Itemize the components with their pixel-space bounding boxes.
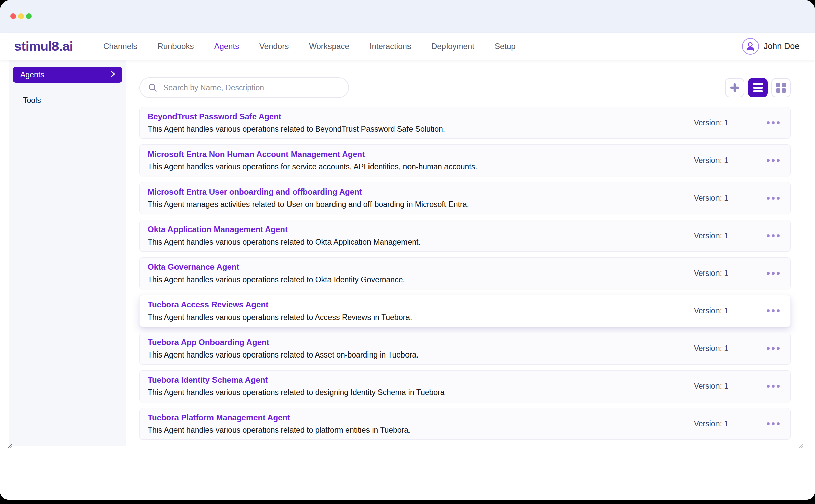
agent-card[interactable]: Microsoft Entra Non Human Account Manage… [139, 144, 791, 176]
app-header: stimul8.ai ChannelsRunbooksAgentsVendors… [0, 33, 815, 60]
agent-actions-menu-button[interactable] [765, 345, 782, 352]
agent-description: This Agent handles various operations re… [148, 388, 694, 397]
agent-card[interactable]: Tuebora App Onboarding Agent This Agent … [139, 333, 791, 365]
agent-name-link[interactable]: Tuebora Platform Management Agent [148, 413, 694, 422]
agent-card[interactable]: Okta Governance Agent This Agent handles… [139, 257, 791, 289]
agent-actions-menu-button[interactable] [765, 119, 782, 126]
nav-item-channels[interactable]: Channels [103, 42, 137, 51]
agent-name-link[interactable]: Okta Application Management Agent [148, 225, 694, 234]
user-name: John Doe [764, 41, 800, 51]
nav-item-deployment[interactable]: Deployment [431, 42, 474, 51]
agent-description: This Agent handles various operations fo… [148, 163, 694, 171]
agent-version-label: Version: 1 [694, 231, 728, 240]
agent-description: This Agent handles various operations re… [148, 426, 694, 434]
search-icon [148, 83, 157, 92]
agent-version-label: Version: 1 [694, 344, 728, 353]
agent-actions-menu-button[interactable] [765, 420, 782, 427]
agent-description: This Agent handles various operations re… [148, 238, 694, 246]
chevron-right-icon [110, 70, 116, 80]
agent-version-label: Version: 1 [694, 419, 728, 428]
minimize-window-button[interactable] [18, 13, 24, 19]
nav-item-setup[interactable]: Setup [495, 42, 516, 51]
agent-actions-menu-button[interactable] [765, 270, 782, 277]
toolbar [139, 77, 791, 98]
main-panel: BeyondTrust Password Safe Agent This Age… [139, 60, 791, 446]
nav-item-vendors[interactable]: Vendors [259, 42, 289, 51]
agent-name-link[interactable]: Microsoft Entra Non Human Account Manage… [148, 150, 694, 159]
agent-name-link[interactable]: Tuebora Identity Schema Agent [148, 376, 694, 384]
agent-list: BeyondTrust Password Safe Agent This Age… [139, 107, 791, 440]
close-window-button[interactable] [10, 13, 16, 19]
agent-description: This Agent manages activities related to… [148, 200, 694, 209]
agent-version-label: Version: 1 [694, 156, 728, 165]
brand-logo[interactable]: stimul8.ai [14, 39, 73, 54]
agent-version-label: Version: 1 [694, 306, 728, 316]
agent-description: This Agent handles various operations re… [148, 125, 694, 133]
grid-icon [776, 83, 786, 93]
window-titlebar [0, 0, 815, 33]
search-input[interactable] [163, 83, 342, 93]
grid-view-button[interactable] [771, 78, 791, 97]
agent-name-link[interactable]: Okta Governance Agent [148, 263, 694, 271]
toolbar-actions [725, 78, 791, 97]
sidebar: Agents Tools [9, 60, 126, 446]
content-area: Agents Tools [0, 60, 815, 500]
agent-version-label: Version: 1 [694, 269, 728, 278]
sidebar-item-tools[interactable]: Tools [13, 94, 122, 107]
agent-actions-menu-button[interactable] [765, 157, 782, 164]
agent-actions-menu-button[interactable] [765, 232, 782, 239]
agent-card[interactable]: BeyondTrust Password Safe Agent This Age… [139, 107, 791, 139]
search-box [139, 77, 349, 98]
nav-item-workspace[interactable]: Workspace [309, 42, 349, 51]
agent-card[interactable]: Okta Application Management Agent This A… [139, 220, 791, 252]
agent-version-label: Version: 1 [694, 118, 728, 127]
agent-actions-menu-button[interactable] [765, 195, 782, 202]
nav-item-agents[interactable]: Agents [214, 42, 239, 51]
agent-actions-menu-button[interactable] [765, 383, 782, 390]
panel-resize-grip[interactable] [798, 443, 803, 448]
nav-item-runbooks[interactable]: Runbooks [157, 42, 194, 51]
plus-icon [729, 82, 740, 93]
app-window: stimul8.ai ChannelsRunbooksAgentsVendors… [0, 0, 815, 500]
agent-name-link[interactable]: Tuebora App Onboarding Agent [148, 338, 694, 347]
agent-description: This Agent handles various operations re… [148, 276, 694, 284]
agent-actions-menu-button[interactable] [765, 307, 782, 314]
zoom-window-button[interactable] [26, 13, 32, 19]
sidebar-resize-grip[interactable] [7, 444, 13, 449]
agent-card[interactable]: Tuebora Access Reviews Agent This Agent … [139, 295, 791, 327]
nav-item-interactions[interactable]: Interactions [370, 42, 411, 51]
agent-description: This Agent handles various operations re… [148, 351, 694, 359]
agent-description: This Agent handles various operations re… [148, 313, 694, 322]
add-agent-button[interactable] [725, 78, 744, 97]
agent-version-label: Version: 1 [694, 382, 728, 391]
agent-name-link[interactable]: BeyondTrust Password Safe Agent [148, 112, 694, 121]
list-icon [753, 83, 763, 92]
agent-card[interactable]: Tuebora Identity Schema Agent This Agent… [139, 370, 791, 402]
main-nav: ChannelsRunbooksAgentsVendorsWorkspaceIn… [103, 42, 516, 51]
desktop: stimul8.ai ChannelsRunbooksAgentsVendors… [0, 0, 815, 504]
list-view-button[interactable] [748, 78, 768, 97]
agent-name-link[interactable]: Tuebora Access Reviews Agent [148, 300, 694, 309]
agent-card[interactable]: Tuebora Platform Management Agent This A… [139, 408, 791, 440]
agent-version-label: Version: 1 [694, 194, 728, 203]
user-menu[interactable]: John Doe [742, 38, 800, 55]
user-avatar-icon [742, 38, 759, 55]
sidebar-item-agents[interactable]: Agents [13, 67, 122, 83]
agent-card[interactable]: Microsoft Entra User onboarding and offb… [139, 182, 791, 214]
agent-name-link[interactable]: Microsoft Entra User onboarding and offb… [148, 187, 694, 196]
